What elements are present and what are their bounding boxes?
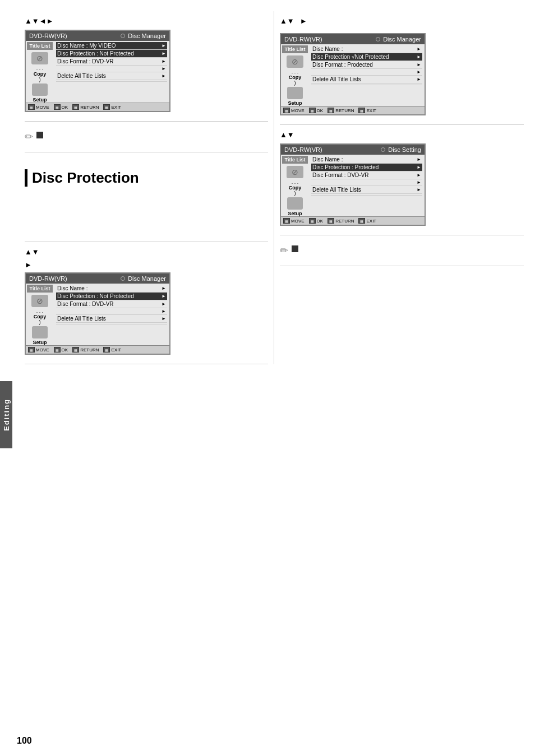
sidebar-setup-icon-3 [287,197,303,210]
screen3-header: DVD-RW(VR) Disc Setting [281,145,425,155]
footer-exit-2: ▦ EXIT [358,108,376,113]
screen3-row-5 [311,194,422,196]
footer-return-2: ▦ RETURN [328,108,354,113]
section-bottom-left: ▲▼ ► DVD-RW(VR) Disc Manager Title List [25,242,268,364]
footer-move-1: ▦ MOVE [28,104,49,110]
page-number: 100 [17,736,32,746]
footer-exit-3: ▦ EXIT [358,218,376,224]
sidebar-dots-2: . . . [292,69,299,75]
left-column: ▲▼◄► DVD-RW(VR) Disc Manager Title List [25,11,274,364]
sidebar-title-list-3: Title List [282,156,308,164]
screen1-row-0: Disc Name : My VIDEO ► [56,42,167,50]
screen4-footer: ▦ MOVE ▦ OK ▦ RETURN ▦ E [26,345,169,354]
main-content: ▲▼◄► DVD-RW(VR) Disc Manager Title List [25,11,524,364]
return-icon-4: ▦ [72,347,79,353]
sidebar-copy-3: Copy [289,185,302,191]
screen2-body: Title List ⊘ . . . Copy ) Setup Disc Nam… [281,44,425,106]
sidebar-dots-4: . . . [36,308,44,314]
nav-arrows-bottom-left: ▲▼ [25,248,268,256]
sidebar-title-list-4: Title List [27,285,53,293]
ok-icon-4: ▦ [54,347,61,353]
footer-return-3: ▦ RETURN [328,218,354,224]
screen1-row-5 [56,80,167,82]
note-square-left [36,132,43,138]
screen3-row-2: Disc Format : DVD-VR ► [311,171,422,179]
screen2-header: DVD-RW(VR) Disc Manager [281,34,425,44]
screen1-row-1: Disc Protection : Not Protected ► [56,50,167,58]
footer-exit-4: ▦ EXIT [103,347,121,353]
exit-icon-4: ▦ [103,347,110,353]
exit-icon-3: ▦ [358,218,365,224]
move-icon-2: ▦ [283,108,290,113]
footer-ok-3: ▦ OK [309,218,324,224]
nav-arrows-bottom-left-2: ► [25,261,268,269]
screen3-model: DVD-RW(VR) [284,146,322,153]
sidebar-title-list-1: Title List [27,42,53,50]
screen2-row-2: Disc Format : Prodected ► [311,61,422,69]
section-disc-protection: Disc Protection [25,152,268,242]
screen4-row-4: Delete All Title Lists ► [56,315,167,323]
screen2-row-5 [311,84,422,85]
sidebar-icon-3: ⊘ [287,166,303,178]
screen4-model: DVD-RW(VR) [29,275,67,282]
section-bottom-right-note: ✏ [280,235,524,266]
screen1-model: DVD-RW(VR) [29,33,67,39]
screen2-row-0: Disc Name : ► [311,45,422,53]
move-icon-1: ▦ [28,104,35,110]
circle-icon-2 [376,37,380,41]
sidebar-setup-icon-4 [32,326,48,338]
screen2-row-3: ► [311,69,422,76]
sidebar-copy-2: Copy [289,75,302,80]
sidebar-title-list-2: Title List [282,45,308,53]
screen3-row-4: Delete All Title Lists ► [311,186,422,194]
footer-return-1: ▦ RETURN [72,104,99,110]
screen1-title: Disc Manager [121,33,166,39]
right-column: ▲▼ ► DVD-RW(VR) Disc Manager Title [274,11,524,364]
screen3-content: Disc Name : ► Disc Protection : Protecte… [309,155,425,216]
disc-protection-title: Disc Protection [25,169,268,187]
screen4-row-1: Disc Protection : Not Protected ► [56,293,167,300]
screen4-body: Title List ⊘ . . . Copy ) Setup Disc Nam… [26,284,169,345]
screen4-row-5 [56,323,167,324]
nav-arrows-top-right-2: ► [300,17,307,25]
circle-icon-1 [121,34,125,38]
screen4-header: DVD-RW(VR) Disc Manager [26,273,169,284]
screen4-row-0: Disc Name : ► [56,285,167,293]
ok-icon-3: ▦ [309,218,316,224]
screen1-row-2: Disc Format : DVD-VR ► [56,58,167,66]
footer-move-3: ▦ MOVE [283,218,305,224]
screen3-row-3: ► [311,179,422,186]
screen1-row-3: ► [56,66,167,72]
screen3-row-1: Disc Protection : Protected ► [311,164,422,171]
sidebar-setup-3: Setup [288,211,302,216]
section-top-left: ▲▼◄► DVD-RW(VR) Disc Manager Title List [25,11,268,122]
nav-arrows-mid-right: ▲▼ [280,131,524,139]
dvd-screen-1: DVD-RW(VR) Disc Manager Title List ⊘ . .… [25,30,170,112]
sidebar-setup-icon-2 [287,87,303,99]
sidebar-copy-4: Copy [34,314,47,319]
sidebar-icon-2: ⊘ [287,55,303,68]
screen2-sidebar: Title List ⊘ . . . Copy ) Setup [281,44,309,106]
return-icon-1: ▦ [72,104,79,110]
screen3-title: Disc Setting [381,146,421,153]
screen2-footer: ▦ MOVE ▦ OK ▦ RETURN ▦ E [281,106,425,114]
screen2-model: DVD-RW(VR) [284,36,322,43]
sidebar-setup-4: Setup [33,340,47,345]
page: Editing 100 ▲▼◄► DVD-RW(VR) Disc Manager [0,0,535,756]
screen3-footer: ▦ MOVE ▦ OK ▦ RETURN ▦ E [281,216,425,225]
section-mid-left-note: ✏ [25,122,268,152]
screen1-header: DVD-RW(VR) Disc Manager [26,31,169,41]
section-top-right: ▲▼ ► DVD-RW(VR) Disc Manager Title [280,11,524,125]
ok-icon-2: ▦ [309,108,316,113]
pencil-icon-right: ✏ [280,244,288,257]
note-square-right [292,245,298,252]
sidebar-dots-1: . . . [36,66,44,71]
screen4-row-2: Disc Format : DVD-VR ► [56,300,167,308]
dvd-screen-3: DVD-RW(VR) Disc Setting Title List ⊘ . .… [280,143,426,226]
circle-icon-3 [381,147,385,152]
sidebar-dots-3: . . . [292,179,299,185]
screen4-content: Disc Name : ► Disc Protection : Not Prot… [54,284,169,345]
sidebar-setup-2: Setup [288,100,302,106]
dvd-screen-2: DVD-RW(VR) Disc Manager Title List ⊘ . .… [280,33,426,115]
sidebar-icon-4: ⊘ [31,295,48,307]
